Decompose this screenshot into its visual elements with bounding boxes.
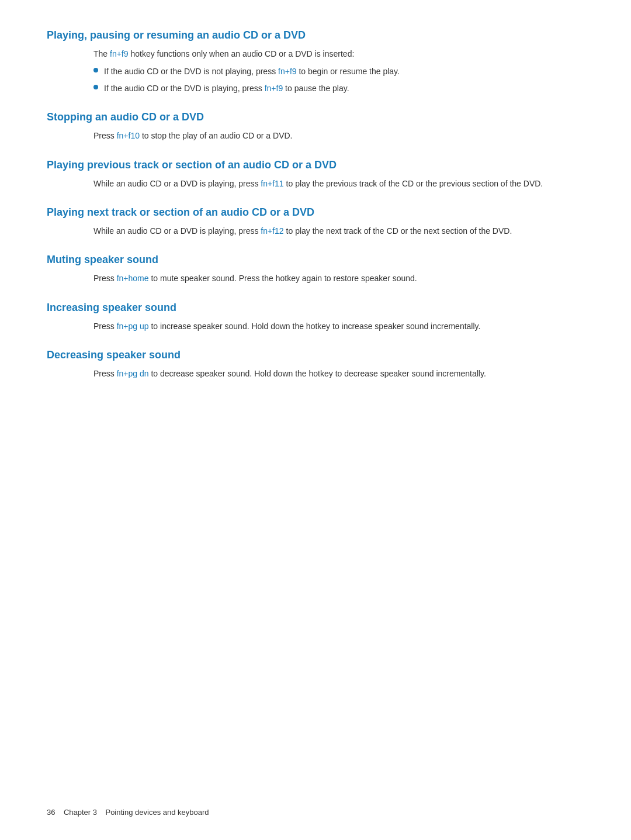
body-playing-next: While an audio CD or a DVD is playing, p…: [47, 224, 584, 237]
heading-playing-pausing: Playing, pausing or resuming an audio CD…: [47, 29, 584, 42]
hotkey-fn-f9-2: fn+f9: [265, 84, 283, 93]
footer-page-number: 36: [47, 808, 55, 817]
bullet-icon: [93, 85, 98, 89]
text-increasing: Press fn+pg up to increase speaker sound…: [93, 320, 584, 333]
body-stopping: Press fn+f10 to stop the play of an audi…: [47, 129, 584, 142]
section-playing-pausing: Playing, pausing or resuming an audio CD…: [47, 29, 584, 95]
heading-decreasing: Decreasing speaker sound: [47, 349, 584, 361]
intro-playing-pausing: The fn+f9 hotkey functions only when an …: [93, 47, 584, 60]
footer-chapter: Chapter 3: [64, 808, 97, 817]
hotkey-fn-f12: fn+f12: [261, 226, 283, 236]
bullet-icon: [93, 68, 98, 72]
page-footer: 36 Chapter 3 Pointing devices and keyboa…: [47, 808, 209, 817]
section-decreasing: Decreasing speaker sound Press fn+pg dn …: [47, 349, 584, 380]
heading-playing-previous: Playing previous track or section of an …: [47, 159, 584, 171]
bullet-text-2: If the audio CD or the DVD is playing, p…: [104, 82, 349, 95]
text-muting: Press fn+home to mute speaker sound. Pre…: [93, 272, 584, 285]
heading-stopping: Stopping an audio CD or a DVD: [47, 111, 584, 123]
body-playing-pausing: The fn+f9 hotkey functions only when an …: [47, 47, 584, 95]
text-playing-next: While an audio CD or a DVD is playing, p…: [93, 224, 584, 237]
footer-chapter-title: Pointing devices and keyboard: [105, 808, 209, 817]
heading-increasing: Increasing speaker sound: [47, 302, 584, 314]
hotkey-fn-home: fn+home: [117, 274, 149, 283]
section-playing-next: Playing next track or section of an audi…: [47, 206, 584, 237]
section-stopping: Stopping an audio CD or a DVD Press fn+f…: [47, 111, 584, 142]
hotkey-fn-f9-1: fn+f9: [278, 67, 297, 76]
body-decreasing: Press fn+pg dn to decrease speaker sound…: [47, 367, 584, 380]
section-increasing: Increasing speaker sound Press fn+pg up …: [47, 302, 584, 333]
body-increasing: Press fn+pg up to increase speaker sound…: [47, 320, 584, 333]
bullet-text-1: If the audio CD or the DVD is not playin…: [104, 65, 400, 78]
body-playing-previous: While an audio CD or a DVD is playing, p…: [47, 177, 584, 190]
text-decreasing: Press fn+pg dn to decrease speaker sound…: [93, 367, 584, 380]
section-muting: Muting speaker sound Press fn+home to mu…: [47, 254, 584, 285]
hotkey-fn-f11: fn+f11: [261, 179, 283, 188]
heading-muting: Muting speaker sound: [47, 254, 584, 266]
heading-playing-next: Playing next track or section of an audi…: [47, 206, 584, 219]
hotkey-fn-f10: fn+f10: [117, 131, 140, 140]
text-stopping: Press fn+f10 to stop the play of an audi…: [93, 129, 584, 142]
page-container: Playing, pausing or resuming an audio CD…: [0, 0, 631, 444]
body-muting: Press fn+home to mute speaker sound. Pre…: [47, 272, 584, 285]
section-playing-previous: Playing previous track or section of an …: [47, 159, 584, 190]
list-item: If the audio CD or the DVD is not playin…: [93, 65, 584, 78]
hotkey-fn-pg-dn: fn+pg dn: [117, 369, 149, 378]
hotkey-fn-pg-up: fn+pg up: [117, 322, 149, 331]
hotkey-fn-f9-intro: fn+f9: [110, 49, 129, 58]
list-item: If the audio CD or the DVD is playing, p…: [93, 82, 584, 95]
text-playing-previous: While an audio CD or a DVD is playing, p…: [93, 177, 584, 190]
